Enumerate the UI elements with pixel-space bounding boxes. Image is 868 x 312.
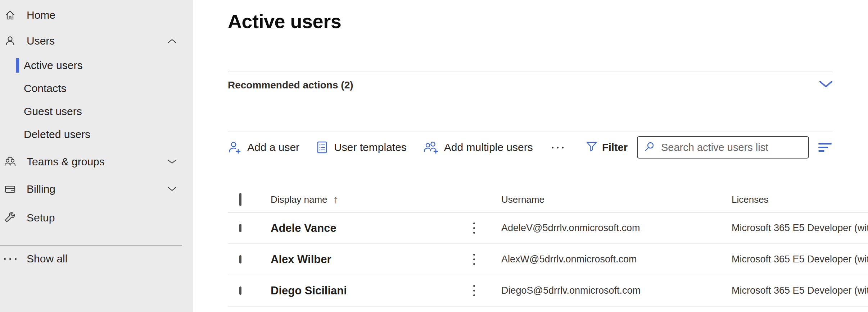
add-multiple-users-button[interactable]: Add multiple users [423,141,533,154]
sidebar-item-show-all[interactable]: Show all [0,246,193,272]
chevron-up-icon [167,38,177,43]
button-label: User templates [334,141,407,153]
button-label: Add multiple users [444,141,533,153]
username-cell: DiegoS@5drrlv.onmicrosoft.com [501,285,732,296]
sidebar-item-label: Deleted users [24,128,90,141]
sidebar-item-teams-groups[interactable]: Teams & groups [0,149,193,175]
recommended-actions-expander[interactable]: Recommended actions (2) [228,75,832,95]
licenses-cell: Microsoft 365 E5 Developer (without [732,222,868,234]
chevron-down-icon [167,159,177,164]
display-name-link[interactable]: Alex Wilber [271,253,470,266]
sidebar-item-label: Home [27,9,55,21]
sidebar-item-label: Billing [27,183,55,195]
licenses-cell: Microsoft 365 E5 Developer (without [732,285,868,296]
table-row: Alex Wilber AlexW@5drrlv.onmicrosoft.com… [228,244,868,275]
row-checkbox[interactable] [239,286,241,295]
username-cell: AlexW@5drrlv.onmicrosoft.com [501,254,732,265]
row-checkbox[interactable] [239,224,241,232]
sidebar-item-home[interactable]: Home [0,2,193,28]
filter-lines-icon[interactable] [818,141,832,154]
sort-ascending-icon: ↑ [333,193,339,206]
home-icon [3,9,17,21]
credit-card-icon [3,183,17,195]
sidebar-item-users[interactable]: Users [0,28,193,54]
table-header: Display name ↑ Username Licenses [228,187,868,213]
select-all-checkbox[interactable] [239,193,241,206]
main-content: Active users Recommended actions (2) Add… [193,0,868,312]
person-icon [3,35,17,47]
username-cell: AdeleV@5drrlv.onmicrosoft.com [501,222,732,234]
more-actions-button[interactable] [550,143,565,152]
sidebar-item-setup[interactable]: Setup [0,203,193,232]
template-list-icon [316,141,328,154]
row-menu-button[interactable] [471,252,501,267]
search-input[interactable] [660,141,804,154]
column-header-licenses[interactable]: Licenses [732,194,868,205]
row-menu-button[interactable] [471,220,501,236]
sidebar-item-deleted-users[interactable]: Deleted users [0,123,193,146]
user-templates-button[interactable]: User templates [316,141,407,154]
wrench-icon [3,212,17,224]
column-header-display-name[interactable]: Display name ↑ [271,193,470,206]
sidebar-item-label: Users [27,35,55,47]
sidebar: Home Users Active users Contacts Guest u… [0,0,193,312]
sidebar-item-label: Show all [27,253,67,265]
funnel-icon [586,141,597,153]
display-name-link[interactable]: Diego Siciliani [271,284,470,297]
search-icon [644,141,655,153]
row-menu-button[interactable] [471,283,501,298]
person-add-icon [228,141,241,154]
people-icon [3,156,17,168]
chevron-down-icon [167,187,177,192]
people-add-icon [423,141,438,154]
sidebar-item-guest-users[interactable]: Guest users [0,100,193,123]
licenses-cell: Microsoft 365 E5 Developer (without [732,254,868,265]
search-box [637,136,809,159]
sidebar-item-label: Guest users [24,105,82,118]
table-row: Diego Siciliani DiegoS@5drrlv.onmicrosof… [228,275,868,307]
button-label: Add a user [247,141,299,153]
sidebar-item-label: Active users [24,59,82,72]
more-dots-icon [552,147,553,148]
sidebar-item-billing[interactable]: Billing [0,175,193,203]
sidebar-item-active-users[interactable]: Active users [0,54,193,77]
toolbar: Add a user User templates Add multiple u… [228,134,832,160]
chevron-down-icon [819,81,832,90]
table-row: Adele Vance AdeleV@5drrlv.onmicrosoft.co… [228,213,868,244]
section-divider [228,132,832,132]
filter-button[interactable]: Filter [586,141,628,153]
column-header-username[interactable]: Username [501,194,732,205]
sidebar-item-label: Setup [27,212,55,224]
sidebar-item-contacts[interactable]: Contacts [0,77,193,100]
selected-indicator [16,58,19,73]
toolbar-right: Filter [586,136,832,159]
filter-label: Filter [602,142,628,153]
add-a-user-button[interactable]: Add a user [228,141,299,154]
column-label: Display name [271,194,327,205]
more-dots-icon [3,258,17,260]
page-title: Active users [228,10,341,32]
display-name-link[interactable]: Adele Vance [271,222,470,235]
sidebar-item-label: Teams & groups [27,156,105,168]
table-body: Adele Vance AdeleV@5drrlv.onmicrosoft.co… [228,213,868,307]
recommended-actions-label: Recommended actions (2) [228,79,353,91]
section-divider [228,72,832,72]
row-checkbox[interactable] [239,255,241,263]
sidebar-item-label: Contacts [24,82,66,95]
